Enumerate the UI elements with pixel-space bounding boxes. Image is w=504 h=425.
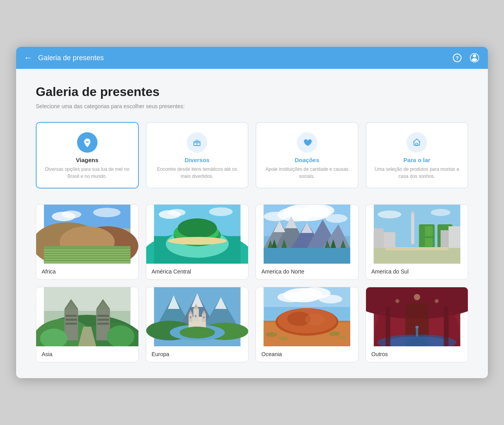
svg-rect-71	[385, 247, 448, 250]
svg-rect-64	[425, 238, 432, 247]
page-subtitle: Selecione uma das categorias para escolh…	[36, 103, 468, 109]
svg-point-3	[472, 58, 477, 61]
europa-image	[146, 287, 248, 346]
svg-point-126	[305, 314, 325, 325]
dest-card-america-sul[interactable]: America do Sul	[366, 204, 469, 280]
dest-card-america-central[interactable]: América Central	[146, 204, 249, 280]
america-central-label: América Central	[146, 264, 248, 279]
svg-point-129	[329, 331, 340, 336]
svg-point-136	[414, 294, 420, 300]
america-sul-label: America do Sul	[366, 264, 468, 279]
doacoes-title: Doações	[294, 157, 319, 163]
help-icon[interactable]: ?	[452, 52, 463, 63]
svg-rect-88	[97, 315, 109, 317]
svg-point-138	[434, 299, 438, 303]
diversos-title: Diversos	[185, 157, 210, 163]
svg-point-42	[264, 212, 287, 221]
svg-rect-111	[195, 315, 196, 317]
svg-rect-105	[193, 309, 199, 321]
svg-rect-63	[425, 226, 432, 236]
svg-rect-60	[411, 213, 414, 244]
svg-point-114	[179, 327, 215, 338]
svg-point-35	[209, 207, 232, 216]
america-norte-image	[256, 205, 358, 264]
outros-label: Outros	[366, 346, 468, 362]
main-content: Galeria de presentes Selecione uma das c…	[16, 69, 488, 378]
outros-image	[366, 287, 468, 346]
svg-point-127	[266, 332, 278, 337]
svg-point-15	[62, 211, 81, 218]
dest-card-europa[interactable]: Europa	[146, 287, 249, 362]
back-icon: ←	[24, 53, 33, 63]
doacoes-icon	[297, 132, 317, 153]
america-central-image	[146, 205, 248, 264]
destinations-grid: Africa	[36, 204, 468, 362]
asia-label: Asia	[36, 346, 138, 362]
dest-card-asia[interactable]: Asia	[36, 287, 139, 362]
paraolar-desc: Uma seleção de produtos para montar a ca…	[373, 166, 462, 180]
svg-point-119	[278, 292, 305, 302]
svg-rect-89	[97, 319, 109, 321]
page-title: Galeria de presentes	[36, 85, 468, 99]
america-norte-label: America do Norte	[256, 264, 358, 279]
svg-point-32	[177, 218, 217, 238]
svg-rect-139	[385, 307, 390, 346]
america-sul-image	[366, 205, 468, 264]
topbar-icons: ?	[452, 52, 480, 63]
svg-point-130	[338, 336, 346, 339]
svg-rect-140	[443, 307, 448, 346]
oceania-label: Oceania	[256, 346, 358, 362]
categories-grid: Viagens Diversas opções para sua lua de …	[36, 122, 468, 188]
svg-point-128	[279, 336, 288, 340]
app-window: ← Galeria de presentes ? Galeria de pres	[16, 47, 488, 378]
svg-text:?: ?	[456, 55, 459, 61]
svg-rect-75	[44, 287, 131, 311]
svg-point-120	[319, 295, 342, 303]
diversos-desc: Encontre desde itens temáticos até os ma…	[153, 166, 242, 180]
svg-point-16	[93, 208, 121, 217]
svg-point-2	[473, 54, 476, 57]
paraolar-icon	[407, 132, 427, 153]
viagens-desc: Diversas opções para sua lua de mel no B…	[43, 166, 132, 180]
svg-point-36	[167, 237, 226, 245]
topbar-left: ← Galeria de presentes	[24, 53, 104, 63]
doacoes-desc: Apoie instituições de caridade e causas …	[263, 166, 351, 180]
viagens-title: Viagens	[76, 157, 98, 163]
topbar-title: Galeria de presentes	[38, 54, 104, 62]
svg-rect-84	[66, 323, 77, 325]
europa-label: Europa	[146, 346, 248, 362]
viagens-icon	[77, 132, 97, 153]
africa-label: Africa	[36, 264, 138, 279]
category-card-paraolar[interactable]: Para o lar Uma seleção de produtos para …	[366, 122, 469, 188]
topbar: ← Galeria de presentes ?	[16, 47, 488, 69]
category-card-viagens[interactable]: Viagens Diversas opções para sua lua de …	[36, 122, 139, 188]
svg-point-72	[377, 211, 401, 218]
svg-rect-142	[415, 326, 418, 328]
svg-rect-82	[66, 315, 77, 317]
dest-card-oceania[interactable]: Oceania	[256, 287, 359, 362]
account-icon[interactable]	[469, 52, 480, 63]
paraolar-title: Para o lar	[403, 157, 430, 163]
africa-image	[36, 205, 138, 264]
svg-point-34	[168, 209, 185, 216]
back-button[interactable]: ←	[24, 53, 33, 63]
svg-rect-112	[189, 316, 191, 318]
svg-point-43	[326, 214, 348, 223]
svg-rect-90	[97, 323, 109, 325]
category-card-doacoes[interactable]: Doações Apoie instituições de caridade e…	[256, 122, 359, 188]
dest-card-america-norte[interactable]: America do Norte	[256, 204, 359, 280]
oceania-image	[256, 287, 358, 346]
svg-point-73	[430, 209, 450, 216]
diversos-icon	[187, 132, 207, 153]
svg-rect-52	[264, 248, 350, 264]
dest-card-outros[interactable]: Outros	[366, 287, 469, 362]
category-card-diversos[interactable]: Diversos Encontre desde itens temáticos …	[146, 122, 249, 188]
svg-rect-113	[203, 316, 204, 318]
svg-rect-83	[66, 319, 77, 321]
svg-point-137	[395, 299, 399, 303]
asia-image	[36, 287, 138, 346]
dest-card-africa[interactable]: Africa	[36, 204, 139, 280]
